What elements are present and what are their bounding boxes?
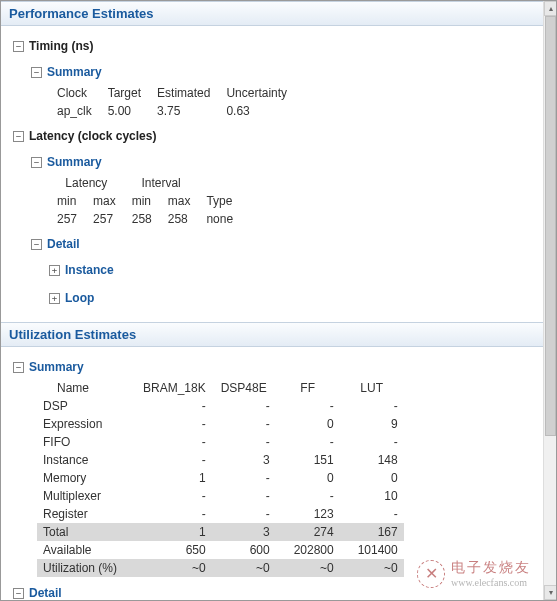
table-header-row: Clock Target Estimated Uncertainty [53,84,299,102]
cell-uncertainty: 0.63 [222,102,299,120]
expand-icon[interactable]: + [49,293,60,304]
cell-name: Utilization (%) [37,559,137,577]
cell: 650 [137,541,212,559]
detail-label: Detail [47,237,80,251]
cell: - [212,415,276,433]
col-bram: BRAM_18K [137,379,212,397]
collapse-icon[interactable]: − [31,157,42,168]
table-row-total: Total 1 3 274 167 [37,523,404,541]
cell: 101400 [340,541,404,559]
cell: ~0 [137,559,212,577]
section-performance-header: Performance Estimates [1,1,545,26]
cell-target: 5.00 [104,102,153,120]
table-row: Expression - - 0 9 [37,415,404,433]
cell: 1 [137,469,212,487]
col-min: min [128,192,164,210]
cell-name: FIFO [37,433,137,451]
table-group-header-row: Latency Interval [53,174,245,192]
table-row: Memory 1 - 0 0 [37,469,404,487]
cell-estimated: 3.75 [153,102,222,120]
cell: 0 [340,469,404,487]
timing-heading: Timing (ns) [29,39,93,53]
col-interval: Interval [128,174,203,192]
summary-label: Summary [29,360,84,374]
scroll-down-button[interactable]: ▾ [544,585,557,600]
latency-heading: Latency (clock cycles) [29,129,156,143]
cell-name: Register [37,505,137,523]
cell: - [212,469,276,487]
cell: 1 [137,523,212,541]
cell: 10 [340,487,404,505]
col-ff: FF [276,379,340,397]
col-dsp: DSP48E [212,379,276,397]
cell-name: Available [37,541,137,559]
cell: 0 [276,415,340,433]
cell: - [212,397,276,415]
latency-loop-row[interactable]: + Loop [1,288,545,308]
latency-detail-row[interactable]: − Detail [1,234,545,254]
cell-name: Memory [37,469,137,487]
col-uncertainty: Uncertainty [222,84,299,102]
scroll-up-button[interactable]: ▴ [544,1,557,16]
cell: - [340,433,404,451]
cell: ~0 [340,559,404,577]
latency-summary-row[interactable]: − Summary [1,152,545,172]
collapse-icon[interactable]: − [31,239,42,250]
cell-type: none [202,210,245,228]
cell: ~0 [276,559,340,577]
collapse-icon[interactable]: − [13,41,24,52]
cell: - [137,415,212,433]
vertical-scrollbar[interactable]: ▴ ▾ [543,1,556,600]
col-max: max [89,192,128,210]
timing-table: Clock Target Estimated Uncertainty ap_cl… [53,84,299,120]
col-lut: LUT [340,379,404,397]
instance-label: Instance [65,263,114,277]
util-detail-row[interactable]: − Detail [1,583,545,600]
latency-row[interactable]: − Latency (clock cycles) [1,126,545,146]
collapse-icon[interactable]: − [13,131,24,142]
cell: - [340,397,404,415]
summary-label: Summary [47,65,102,79]
table-row: Register - - 123 - [37,505,404,523]
collapse-icon[interactable]: − [13,588,24,599]
cell-name: Instance [37,451,137,469]
cell: - [212,487,276,505]
cell: 148 [340,451,404,469]
cell: ~0 [212,559,276,577]
utilization-table: Name BRAM_18K DSP48E FF LUT DSP - - - - … [37,379,404,577]
cell: 167 [340,523,404,541]
cell: - [276,487,340,505]
collapse-icon[interactable]: − [13,362,24,373]
table-row: Instance - 3 151 148 [37,451,404,469]
col-name: Name [37,379,137,397]
table-row: FIFO - - - - [37,433,404,451]
cell: - [276,397,340,415]
collapse-icon[interactable]: − [31,67,42,78]
summary-label: Summary [47,155,102,169]
latency-instance-row[interactable]: + Instance [1,260,545,280]
col-max: max [164,192,203,210]
util-summary-row[interactable]: − Summary [1,357,545,377]
cell-int-min: 258 [128,210,164,228]
scroll-thumb[interactable] [545,16,556,436]
table-row: DSP - - - - [37,397,404,415]
cell-name: Expression [37,415,137,433]
cell: - [212,433,276,451]
expand-icon[interactable]: + [49,265,60,276]
col-clock: Clock [53,84,104,102]
cell: 274 [276,523,340,541]
cell: 151 [276,451,340,469]
cell: - [340,505,404,523]
timing-row[interactable]: − Timing (ns) [1,36,545,56]
cell: 9 [340,415,404,433]
cell-name: DSP [37,397,137,415]
cell-lat-max: 257 [89,210,128,228]
cell-clock: ap_clk [53,102,104,120]
section-utilization-header: Utilization Estimates [1,322,545,347]
timing-summary-row[interactable]: − Summary [1,62,545,82]
cell: - [137,451,212,469]
cell-name: Total [37,523,137,541]
table-header-row: Name BRAM_18K DSP48E FF LUT [37,379,404,397]
cell-name: Multiplexer [37,487,137,505]
cell: - [276,433,340,451]
